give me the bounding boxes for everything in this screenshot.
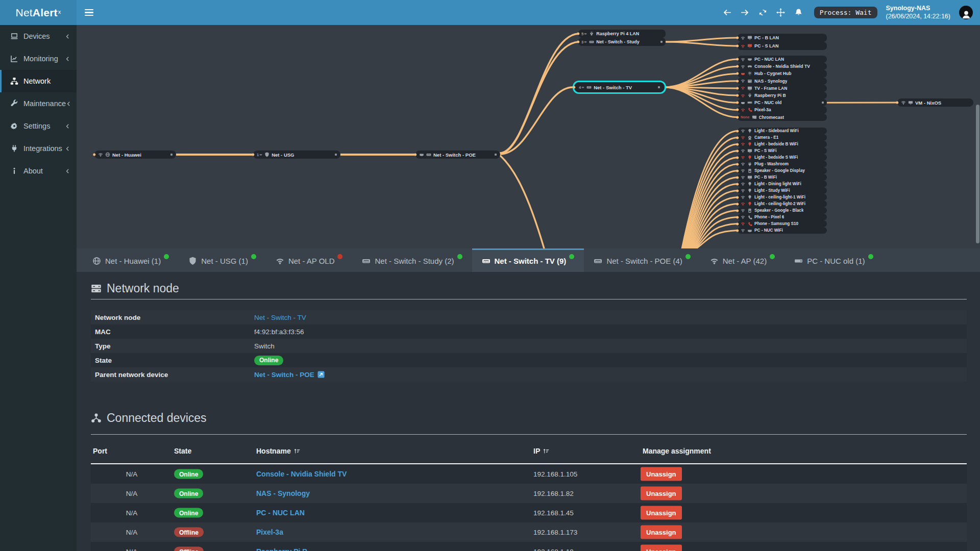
device-node-net-switch-study[interactable]: 3Net - Switch - Study [578,38,666,46]
device-node-phone-pixel-6[interactable]: Phone - Pixel 6 [738,214,827,220]
network-topology-diagram[interactable]: Net - Huawei1Net - USGNet - Switch - POE… [77,25,980,248]
sidebar-item-maintenance[interactable]: Maintenance [0,92,77,115]
network-node-net-huawei[interactable]: Net - Huawei [94,151,176,159]
sidebar-item-network[interactable]: Network [0,70,77,92]
sort-icon[interactable] [293,447,301,455]
tab-net-ap-old[interactable]: Net - AP OLD [266,248,353,272]
connector-handle[interactable] [660,41,663,43]
external-link-icon[interactable] [317,371,325,378]
unassign-button[interactable]: Unassign [641,545,682,551]
device-node-pixel-3a[interactable]: Pixel-3a [738,106,827,113]
hostname-link[interactable]: NAS - Synology [256,489,310,497]
device-node-pc-b-wifi[interactable]: PC - B WiFi [738,174,827,181]
device-node-pc-b-lan[interactable]: PC - B LAN [738,34,827,42]
network-node-vm-nixos[interactable]: VM - NixOS [897,98,973,107]
sidebar: Devices Monitoring Network Maintenance S… [0,25,77,551]
device-node-light-bedside-b-wifi[interactable]: Light - bedside B WiFi [738,141,827,147]
device-node-camera-e1[interactable]: Camera - E1 [738,134,827,141]
device-node-pc-nuc-wifi[interactable]: PC - NUC WiFi [738,227,827,234]
column-header-hostname[interactable]: Hostname [256,447,301,455]
unassign-button[interactable]: Unassign [641,525,682,539]
device-node-nas-synology[interactable]: NAS - Synology [738,78,827,85]
forward-button[interactable] [741,8,750,17]
node-link[interactable]: Net - Switch - TV [254,314,306,321]
device-node-plug-washroom[interactable]: Plug - Washroom [738,161,827,167]
wifi-connection-icon [741,228,745,233]
sidebar-item-settings[interactable]: Settings [0,115,77,137]
tab-net-switch-tv-9[interactable]: Net - Switch - TV (9) [472,248,584,272]
device-row-raspberry-pi-b: N/A Offline Raspberry Pi B 192.168.1.19 … [91,542,967,551]
device-node-hub-cygnet-hub[interactable]: Hub - Cygnet Hub [738,70,827,77]
detail-row-state: State Online [91,353,967,367]
connector-handle[interactable] [335,154,337,156]
device-label: Console - Nvidia Shield TV [754,64,810,69]
device-node-raspberry-pi-b[interactable]: Raspberry Pi B [738,92,827,99]
device-node-pc-nuc-old[interactable]: PC - NUC old [738,99,827,106]
device-node-speaker-google-display[interactable]: Speaker - Google Display [738,167,827,174]
device-node-pc-s-wifi[interactable]: PC - S WiFi [738,147,827,154]
device-label: Camera - E1 [754,135,778,140]
device-group: Light - Sideboard WiFi Camera - E1 Light… [738,128,827,234]
device-node-speaker-google-black[interactable]: Speaker - Google - Black [738,207,827,214]
back-button[interactable] [723,8,732,17]
detail-row-type: Type Switch [91,339,967,353]
device-label: Speaker - Google - Black [754,208,803,213]
notifications-button[interactable] [794,8,803,17]
hostname-link[interactable]: Console - Nvidia Shield TV [256,470,347,478]
device-node-light-study-wifi[interactable]: Light - Study WiFi [738,187,827,194]
network-node-net-usg[interactable]: 1Net - USG [253,151,340,159]
device-node-phone-samsung-s10[interactable]: Phone - Samsung S10 [738,220,827,227]
device-node-pc-nuc-lan[interactable]: PC - NUC LAN [738,56,827,63]
sidebar-item-devices[interactable]: Devices [0,25,77,47]
device-group: PC - B LAN PC - S LAN [738,34,827,50]
unassign-button[interactable]: Unassign [641,506,682,520]
status-dot-green [457,254,462,259]
unassign-button[interactable]: Unassign [641,467,682,481]
device-node-chromecast[interactable]: NoneChromecast [738,114,827,121]
network-node-net-switch-poe[interactable]: Net - Switch - POE [415,151,500,159]
tab-net-switch-poe-4[interactable]: Net - Switch - POE (4) [584,248,700,272]
sidebar-toggle-button[interactable] [77,0,101,25]
hostname-link[interactable]: PC - NUC LAN [256,509,305,517]
device-node-tv-frame-lan[interactable]: TV - Frame LAN [738,85,827,92]
column-header-ip[interactable]: IP [533,447,550,455]
app-logo[interactable]: NetAlertx [0,0,77,25]
connector-handle[interactable] [822,102,824,104]
connector-handle[interactable] [658,86,660,89]
sidebar-item-monitoring[interactable]: Monitoring [0,47,77,70]
device-node-light-bedside-s-wifi[interactable]: Light - bedside S WiFi [738,154,827,161]
device-node-pc-s-lan[interactable]: PC - S LAN [738,42,827,50]
tab-label: Net - AP (42) [723,257,767,265]
sidebar-item-integrations[interactable]: Integrations [0,137,77,160]
device-label: PC - NUC WiFi [754,228,783,233]
sort-icon[interactable] [543,447,550,455]
connector-handle[interactable] [170,154,173,156]
device-node-light-ceiling-light-2-wifi[interactable]: Light - ceiling-light-2 WiFi [738,201,827,207]
refresh-button[interactable] [758,8,768,17]
wifi-connection-icon [741,155,745,160]
device-node-console-nvidia-shield-tv[interactable]: Console - Nvidia Shield TV [738,63,827,70]
tab-net-switch-study-2[interactable]: Net - Switch - Study (2) [352,248,472,272]
unassign-button[interactable]: Unassign [641,487,682,500]
wifi-connection-icon [741,36,745,40]
tab-net-ap-42[interactable]: Net - AP (42) [700,248,785,272]
page-scrollbar[interactable] [976,105,979,243]
network-node-net-switch-tv[interactable]: 4Net - Switch - TV [575,82,664,92]
connector-handle[interactable] [495,154,497,156]
tab-pc-nuc-old-1[interactable]: PC - NUC old (1) [785,248,883,272]
device-node-light-ceiling-light-1-wifi[interactable]: Light - ceiling-light-1 WiFi [738,194,827,201]
user-avatar[interactable] [959,6,973,19]
pan-button[interactable] [776,8,786,17]
hostname-link[interactable]: Pixel-3a [256,528,283,536]
hostname-link[interactable]: Raspberry Pi B [256,547,307,551]
tab-label: Net - Switch - TV (9) [495,257,567,265]
tab-net-huawei-1[interactable]: Net - Huawei (1) [83,248,179,272]
device-node-raspberry-pi-4-lan[interactable]: 5Raspberry Pi 4 LAN [578,30,666,38]
device-node-light-sideboard-wifi[interactable]: Light - Sideboard WiFi [738,128,827,134]
sidebar-item-about[interactable]: About [0,160,77,182]
wifi-connection-icon [741,202,745,206]
device-node-light-dining-light-wifi[interactable]: Light - Dining light WiFi [738,181,827,187]
parent-node-link[interactable]: Net - Switch - POE [254,371,314,379]
divider [91,299,967,299]
tab-net-usg-1[interactable]: Net - USG (1) [179,248,266,272]
